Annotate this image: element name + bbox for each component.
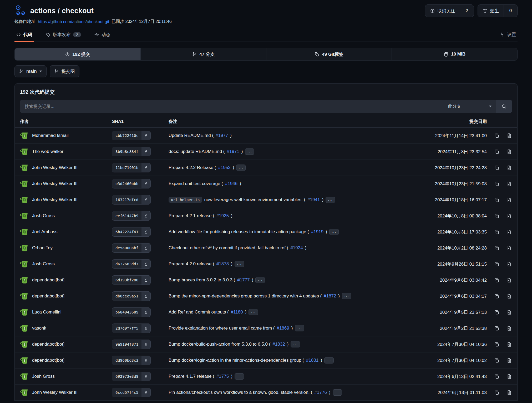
stat-commits[interactable]: 192 提交 <box>15 48 140 60</box>
commit-message[interactable]: Prepare 4.2.0 release ( <box>169 261 214 267</box>
browse-code-icon[interactable] <box>506 213 512 219</box>
copy-sha-icon[interactable] <box>494 342 499 347</box>
fork-count[interactable]: 0 <box>504 5 517 17</box>
copy-sha-icon[interactable] <box>494 326 499 331</box>
browse-code-icon[interactable] <box>506 326 512 331</box>
tab-activity[interactable]: 动态 <box>93 32 112 42</box>
expand-commit-button[interactable]: ··· <box>329 229 339 235</box>
expand-commit-button[interactable]: ··· <box>236 165 246 171</box>
avatar[interactable] <box>20 212 29 220</box>
browse-code-icon[interactable] <box>506 197 512 203</box>
commit-sha-badge[interactable]: 6ccd57f4c5 <box>112 388 151 397</box>
commit-sha-badge[interactable]: dd960bd3c3 <box>112 356 151 365</box>
avatar[interactable] <box>20 324 29 332</box>
commit-message[interactable]: Prepare 4.1.7 release ( <box>169 374 214 379</box>
avatar[interactable] <box>20 164 29 172</box>
copy-sha-icon[interactable] <box>494 245 499 251</box>
issue-link[interactable]: #1832 <box>272 342 285 347</box>
browse-code-icon[interactable] <box>506 133 512 138</box>
copy-sha-icon[interactable] <box>494 133 499 138</box>
expand-commit-button[interactable]: ··· <box>249 309 258 315</box>
avatar[interactable] <box>20 180 29 188</box>
commit-message[interactable]: Expand unit test coverage ( <box>169 181 223 186</box>
issue-link[interactable]: #1869 <box>277 326 289 331</box>
copy-sha-icon[interactable] <box>494 165 499 171</box>
commit-message[interactable]: Add Ref and Commit outputs ( <box>169 310 229 315</box>
tab-code[interactable]: 代码 <box>14 32 34 42</box>
avatar[interactable] <box>20 196 29 204</box>
stat-branches[interactable]: 47 分支 <box>140 48 266 60</box>
browse-code-icon[interactable] <box>506 293 512 299</box>
browse-code-icon[interactable] <box>506 277 512 283</box>
issue-link[interactable]: #1919 <box>311 229 323 235</box>
copy-sha-icon[interactable] <box>494 181 499 187</box>
copy-sha-icon[interactable] <box>494 197 499 203</box>
commit-message[interactable]: Bump docker/login-action in the minor-ac… <box>169 358 304 363</box>
expand-commit-button[interactable]: ··· <box>333 389 342 396</box>
copy-sha-icon[interactable] <box>494 374 499 379</box>
browse-code-icon[interactable] <box>506 310 512 315</box>
commit-message[interactable]: Add workflow file for publishing release… <box>169 229 309 235</box>
mirror-url-link[interactable]: https://github.com/actions/checkout.git <box>38 19 109 24</box>
commit-sha-badge[interactable]: de5a000abf <box>112 243 151 253</box>
avatar[interactable] <box>20 148 29 156</box>
avatar[interactable] <box>20 340 29 349</box>
browse-code-icon[interactable] <box>506 261 512 267</box>
browse-code-icon[interactable] <box>506 390 512 395</box>
search-input[interactable] <box>20 100 444 113</box>
commit-sha-badge[interactable]: b684943689 <box>112 307 151 317</box>
copy-sha-icon[interactable] <box>494 310 499 315</box>
commit-message[interactable]: Check out other refs/* by commit if prov… <box>169 245 288 251</box>
commit-sha-badge[interactable]: 163217dfcd <box>112 195 151 205</box>
browse-code-icon[interactable] <box>506 181 512 187</box>
tab-releases[interactable]: 版本发布 2 <box>44 32 83 42</box>
copy-sha-icon[interactable] <box>494 229 499 235</box>
avatar[interactable] <box>20 389 29 397</box>
expand-commit-button[interactable]: ··· <box>291 341 300 347</box>
copy-sha-icon[interactable] <box>494 390 499 395</box>
commit-message[interactable]: Bump docker/build-push-action from 5.3.0… <box>169 342 270 347</box>
copy-sha-icon[interactable] <box>494 149 499 155</box>
issue-link[interactable]: #1946 <box>225 181 237 186</box>
issue-link[interactable]: #1775 <box>216 374 229 379</box>
copy-sha-icon[interactable] <box>494 358 499 363</box>
browse-code-icon[interactable] <box>506 245 512 251</box>
browse-code-icon[interactable] <box>506 165 512 171</box>
commit-sha-badge[interactable]: cbb722410c <box>112 131 151 140</box>
issue-link[interactable]: #1977 <box>216 133 228 138</box>
issue-link[interactable]: #1180 <box>231 310 243 315</box>
avatar[interactable] <box>20 356 29 365</box>
commit-sha-badge[interactable]: e3d2460bbb <box>112 179 151 188</box>
expand-commit-button[interactable]: ··· <box>245 148 254 155</box>
browse-code-icon[interactable] <box>506 229 512 235</box>
avatar[interactable] <box>20 132 29 140</box>
issue-link[interactable]: #1924 <box>290 245 303 251</box>
browse-code-icon[interactable] <box>506 342 512 347</box>
expand-commit-button[interactable]: ··· <box>295 325 304 331</box>
expand-commit-button[interactable]: ··· <box>235 261 244 267</box>
unwatch-button[interactable]: 取消关注 <box>425 5 460 17</box>
expand-commit-button[interactable]: ··· <box>324 357 334 364</box>
commit-sha-badge[interactable]: 692973e3d9 <box>112 372 151 381</box>
avatar[interactable] <box>20 372 29 381</box>
fork-button[interactable]: 派生 <box>478 5 504 17</box>
copy-sha-icon[interactable] <box>494 293 499 299</box>
commit-message[interactable]: docs: update README.md ( <box>169 149 225 154</box>
search-button[interactable] <box>496 100 512 113</box>
search-scope-select[interactable]: 此分支 <box>444 100 496 113</box>
copy-sha-icon[interactable] <box>494 277 499 283</box>
commit-sha-badge[interactable]: 2d7d9f7ff5 <box>112 324 151 333</box>
issue-link[interactable]: #1925 <box>216 213 229 218</box>
stat-size[interactable]: 10 MiB <box>392 48 517 60</box>
commit-message[interactable]: Bump braces from 3.0.2 to 3.0.3 ( <box>169 277 235 283</box>
stat-tags[interactable]: 49 Git标签 <box>266 48 392 60</box>
watch-count[interactable]: 2 <box>460 5 474 17</box>
expand-commit-button[interactable]: ··· <box>235 373 244 380</box>
issue-link[interactable]: #1831 <box>306 358 318 363</box>
expand-commit-button[interactable]: ··· <box>255 277 265 283</box>
commit-message[interactable]: Provide explanation for where user email… <box>169 326 275 331</box>
avatar[interactable] <box>20 260 29 268</box>
expand-commit-button[interactable]: ··· <box>326 197 335 203</box>
commit-graph-button[interactable]: 提交图 <box>50 65 79 77</box>
issue-link[interactable]: #1872 <box>324 293 336 299</box>
